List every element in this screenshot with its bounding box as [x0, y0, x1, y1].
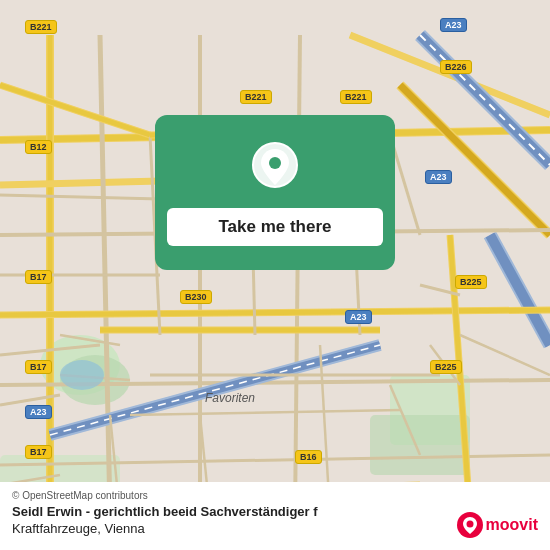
road-badge-b17-1: B17 — [25, 270, 52, 284]
road-badge-b17-2: B17 — [25, 360, 52, 374]
moovit-logo: moovit — [457, 512, 538, 538]
road-badge-a23-2: A23 — [425, 170, 452, 184]
road-badge-b16: B16 — [295, 450, 322, 464]
road-badge-a23-1: A23 — [440, 18, 467, 32]
road-badge-b12: B12 — [25, 140, 52, 154]
moovit-pin-icon — [457, 512, 483, 538]
road-badge-b17-3: B17 — [25, 445, 52, 459]
road-badge-a23-3: A23 — [345, 310, 372, 324]
road-badge-b221-2: B221 — [240, 90, 272, 104]
bottom-bar: © OpenStreetMap contributors Seidl Erwin… — [0, 482, 550, 550]
take-me-there-button[interactable]: Take me there — [167, 208, 383, 246]
favoriten-label: Favoriten — [205, 391, 255, 405]
road-badge-b225-1: B225 — [455, 275, 487, 289]
svg-rect-4 — [370, 415, 470, 475]
location-pin-icon — [251, 141, 299, 193]
road-badge-b221-3: B221 — [340, 90, 372, 104]
attribution-text: © OpenStreetMap contributors — [12, 490, 538, 501]
svg-point-60 — [60, 360, 104, 390]
road-badge-b221-1: B221 — [25, 20, 57, 34]
road-badge-b225-2: B225 — [430, 360, 462, 374]
svg-point-65 — [466, 521, 473, 528]
road-badge-b230: B230 — [180, 290, 212, 304]
action-card: Take me there — [155, 115, 395, 270]
svg-point-63 — [269, 157, 281, 169]
road-badge-a23-4: A23 — [25, 405, 52, 419]
map-container: B221A23B226B221B221B12A23B17B230A23B225B… — [0, 0, 550, 550]
road-badge-b226: B226 — [440, 60, 472, 74]
moovit-text: moovit — [486, 516, 538, 534]
